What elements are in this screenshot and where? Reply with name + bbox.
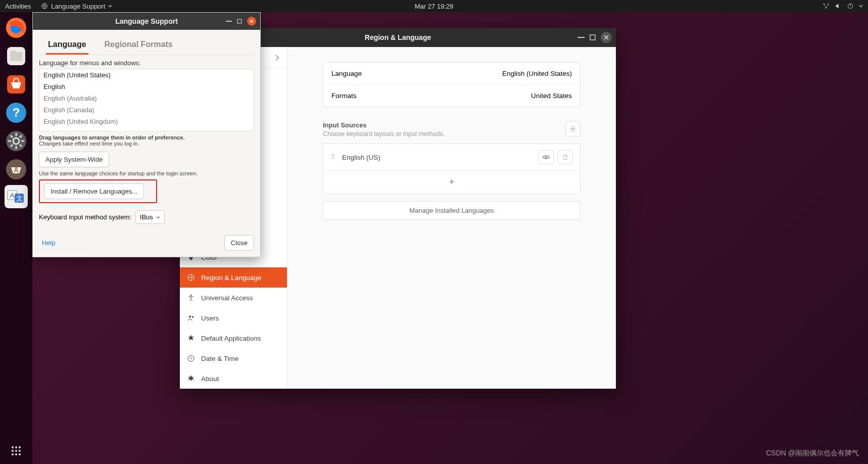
- sidebar-item-label: Region & Language: [201, 274, 261, 282]
- app-menu[interactable]: Language Support: [41, 3, 112, 10]
- sidebar-item-label: Default Applications: [201, 335, 261, 342]
- formats-row[interactable]: Formats United States: [323, 84, 580, 107]
- sidebar-item-users[interactable]: Users: [180, 308, 287, 328]
- maximize-button[interactable]: [590, 34, 596, 40]
- input-source-label: English (US): [342, 154, 380, 161]
- row-value: United States: [531, 92, 572, 100]
- system-tray[interactable]: [823, 3, 863, 10]
- settings-launcher[interactable]: [4, 128, 29, 154]
- remove-source-button[interactable]: [558, 150, 573, 164]
- sidebar-item-about[interactable]: About: [180, 368, 287, 389]
- list-item[interactable]: English: [39, 81, 254, 92]
- install-remove-languages-button[interactable]: Install / Remove Languages...: [44, 183, 144, 199]
- svg-point-49: [189, 257, 192, 260]
- language-support-dialog: Language Support Language Regional Forma…: [32, 12, 261, 257]
- watermark: CSDN @闹闹偶尔也会有脾气: [766, 449, 859, 458]
- row-label: Language: [331, 70, 362, 77]
- svg-point-37: [15, 453, 17, 455]
- svg-point-36: [12, 453, 14, 455]
- svg-point-30: [12, 446, 14, 448]
- sidebar-item-access[interactable]: Universal Access: [180, 288, 287, 308]
- help-link[interactable]: Help: [39, 239, 56, 247]
- tab-language[interactable]: Language: [46, 36, 88, 55]
- close-dialog-button[interactable]: Close: [224, 235, 254, 251]
- sidebar-item-label: Users: [201, 314, 219, 322]
- sidebar-item-label: About: [201, 375, 219, 383]
- sidebar-item-datetime[interactable]: Date & Time: [180, 348, 287, 368]
- section-subtitle: Choose keyboard layouts or input methods…: [323, 130, 445, 137]
- clock[interactable]: Mar 27 19:29: [415, 3, 454, 10]
- chevron-down-icon: [156, 215, 160, 219]
- close-button[interactable]: [601, 32, 612, 43]
- input-sources-settings-button[interactable]: [565, 121, 581, 136]
- maximize-button[interactable]: [237, 19, 242, 24]
- svg-rect-43: [590, 35, 595, 40]
- power-icon: [847, 3, 854, 10]
- show-apps-button[interactable]: [0, 445, 32, 457]
- svg-point-32: [19, 446, 21, 448]
- apply-hint: Use the same language choices for startu…: [39, 170, 254, 176]
- select-value: IBus: [140, 213, 153, 221]
- svg-rect-10: [10, 51, 16, 54]
- svg-point-55: [572, 128, 574, 130]
- language-row[interactable]: Language English (United States): [323, 63, 580, 84]
- network-icon: [823, 3, 830, 10]
- minimize-button[interactable]: [577, 37, 585, 38]
- svg-point-53: [192, 316, 194, 317]
- language-priority-list[interactable]: English (United States) English English …: [39, 69, 254, 131]
- install-remove-highlight: Install / Remove Languages...: [39, 179, 157, 203]
- firefox-launcher[interactable]: [4, 15, 29, 40]
- svg-point-34: [15, 450, 17, 452]
- svg-text:A: A: [14, 166, 19, 174]
- software-launcher[interactable]: [4, 72, 29, 97]
- drag-hint: Drag languages to arrange them in order …: [39, 134, 254, 147]
- input-sources-section: Input Sources Choose keyboard layouts or…: [323, 121, 581, 220]
- svg-point-52: [189, 315, 191, 317]
- app-menu-label: Language Support: [51, 3, 105, 10]
- help-launcher[interactable]: ?: [4, 100, 29, 125]
- svg-text:文: 文: [16, 195, 23, 202]
- globe-icon: [41, 3, 48, 10]
- list-item[interactable]: English (Australia): [39, 92, 254, 104]
- list-item[interactable]: English (Canada): [39, 104, 254, 116]
- menus-windows-label: Language for menus and windows:: [39, 59, 254, 67]
- svg-point-31: [15, 446, 17, 448]
- svg-point-33: [12, 450, 14, 452]
- dialog-title: Language Support: [115, 17, 178, 25]
- view-layout-button[interactable]: [539, 150, 554, 164]
- svg-point-56: [545, 156, 547, 158]
- sidebar-item-region[interactable]: Region & Language: [180, 267, 287, 288]
- dialog-titlebar: Language Support: [33, 13, 260, 30]
- language-launcher[interactable]: A文: [5, 185, 28, 208]
- files-launcher[interactable]: [4, 43, 29, 69]
- close-button[interactable]: [247, 17, 256, 26]
- chevron-down-icon: [859, 4, 863, 8]
- sidebar-item-default-apps[interactable]: Default Applications: [180, 328, 287, 348]
- manage-languages-button[interactable]: Manage Installed Languages: [323, 201, 581, 220]
- activities-button[interactable]: Activities: [5, 3, 31, 10]
- minimize-button[interactable]: [226, 21, 232, 22]
- dialog-tabs: Language Regional Formats: [39, 35, 254, 55]
- list-item[interactable]: English (United Kingdom): [39, 116, 254, 127]
- sidebar-item-label: Universal Access: [201, 294, 253, 302]
- row-label: Formats: [331, 92, 357, 100]
- apply-system-wide-button[interactable]: Apply System-Wide: [39, 152, 109, 167]
- svg-text:A: A: [10, 192, 15, 199]
- sidebar-item-label: Date & Time: [201, 355, 238, 362]
- svg-point-38: [19, 453, 21, 455]
- row-value: English (United States): [502, 70, 572, 77]
- keyboard-method-select[interactable]: IBus: [135, 210, 165, 224]
- gnome-topbar: Activities Language Support Mar 27 19:29: [0, 0, 868, 12]
- svg-text:?: ?: [13, 106, 20, 119]
- list-item[interactable]: English (United States): [39, 69, 254, 81]
- keyboard-method-label: Keyboard input method system:: [39, 213, 131, 221]
- svg-point-51: [190, 295, 192, 296]
- updater-launcher[interactable]: A: [4, 157, 29, 182]
- svg-point-35: [19, 450, 21, 452]
- settings-title: Region & Language: [365, 33, 431, 41]
- svg-rect-58: [237, 19, 242, 23]
- add-input-source-button[interactable]: +: [323, 171, 580, 194]
- drag-handle-icon[interactable]: ⠿: [330, 156, 336, 159]
- tab-regional-formats[interactable]: Regional Formats: [103, 36, 175, 55]
- input-source-row[interactable]: ⠿ English (US): [323, 144, 580, 171]
